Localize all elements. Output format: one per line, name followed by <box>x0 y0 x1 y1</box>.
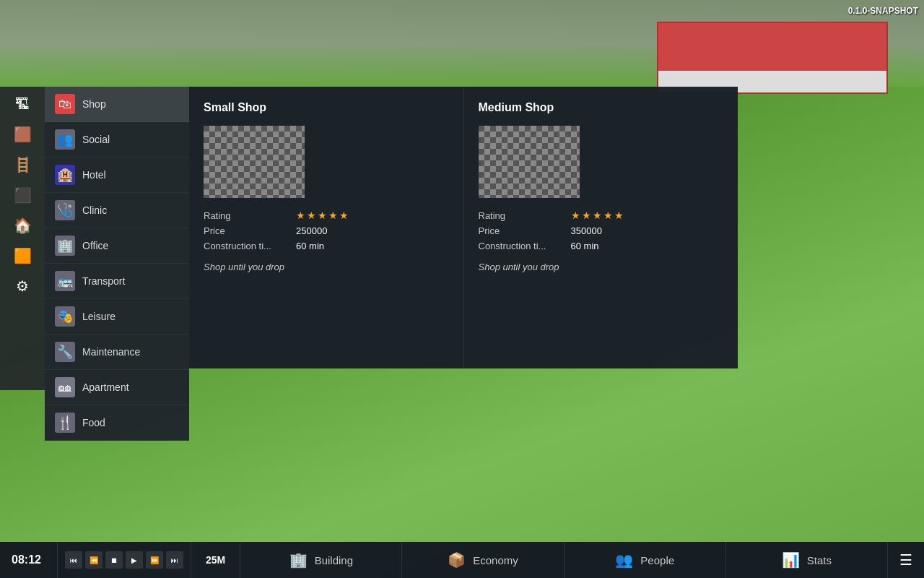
toolbar-icon-2[interactable]: 🟫 <box>5 120 40 149</box>
small-shop-rating-row: Rating ★★★★★ <box>204 210 449 221</box>
version-label: 0.1.0-SNAPSHOT <box>848 6 918 16</box>
building-tab-icon: 🏢 <box>289 551 308 569</box>
office-icon: 🏢 <box>55 236 75 256</box>
small-shop-description: Shop until you drop <box>204 262 449 272</box>
medium-shop-rating-row: Rating ★★★★★ <box>479 210 724 221</box>
tab-economy[interactable]: 📦 Economy <box>402 542 564 578</box>
toolbar-icon-6[interactable]: 🟧 <box>5 241 40 270</box>
menu-item-clinic[interactable]: 🩺 Clinic <box>45 193 189 228</box>
menu-item-apartment[interactable]: 🏘 Apartment <box>45 370 189 405</box>
toolbar-icon-5[interactable]: 🏠 <box>5 211 40 240</box>
menu-label-food: Food <box>82 417 105 428</box>
medium-shop-image <box>479 126 580 198</box>
game-building <box>657 22 888 94</box>
medium-shop-construction-label: Construction ti... <box>479 241 565 251</box>
medium-shop-construction-row: Construction ti... 60 min <box>479 241 724 251</box>
menu-label-transport: Transport <box>82 275 125 287</box>
menu-item-shop[interactable]: 🛍 Shop <box>45 87 189 122</box>
medium-shop-stars: ★★★★★ <box>571 210 625 221</box>
small-shop-price-value: 250000 <box>296 225 327 236</box>
toolbar-icon-1[interactable]: 🏗 <box>5 90 40 118</box>
money-display: 25M <box>206 554 225 566</box>
menu-label-clinic: Clinic <box>82 204 107 216</box>
menu-label-leisure: Leisure <box>82 311 116 322</box>
money-section: 25M <box>191 542 240 578</box>
medium-shop-details: Rating ★★★★★ Price 350000 Construction t… <box>479 210 724 272</box>
medium-shop-card[interactable]: Medium Shop Rating ★★★★★ Price 350000 Co… <box>464 87 738 368</box>
nav-tabs: 🏢 Building 📦 Economy 👥 People 📊 Stats <box>240 542 888 578</box>
medium-shop-title: Medium Shop <box>479 101 724 114</box>
menu-label-maintenance: Maintenance <box>82 346 140 358</box>
medium-shop-rating-label: Rating <box>479 210 565 221</box>
left-toolbar: 🏗 🟫 🪜 ⬛ 🏠 🟧 ⚙ <box>0 87 45 390</box>
small-shop-image <box>204 126 305 198</box>
small-shop-construction-row: Construction ti... 60 min <box>204 241 449 251</box>
tab-people[interactable]: 👥 People <box>565 542 726 578</box>
time-section: 08:12 <box>0 542 58 578</box>
social-icon: 👥 <box>55 129 75 150</box>
menu-item-food[interactable]: 🍴 Food <box>45 405 189 441</box>
menu-label-hotel: Hotel <box>82 169 106 181</box>
small-shop-stars: ★★★★★ <box>296 210 350 221</box>
transport-icon: 🚌 <box>55 271 75 291</box>
people-tab-icon: 👥 <box>615 551 633 569</box>
clinic-icon: 🩺 <box>55 200 75 220</box>
small-shop-details: Rating ★★★★★ Price 250000 Construction t… <box>204 210 449 272</box>
skip-forward-button[interactable]: ⏭ <box>166 551 183 569</box>
playback-controls: ⏮ ⏪ ⏹ ▶ ⏩ ⏭ <box>58 542 191 578</box>
small-shop-rating-label: Rating <box>204 210 290 221</box>
bottom-bar: 08:12 ⏮ ⏪ ⏹ ▶ ⏩ ⏭ 25M 🏢 Building 📦 Econo… <box>0 542 924 578</box>
play-button[interactable]: ▶ <box>126 551 143 569</box>
economy-tab-label: Economy <box>473 554 518 566</box>
stop-button[interactable]: ⏹ <box>105 551 123 569</box>
medium-shop-construction-value: 60 min <box>571 241 599 251</box>
menu-label-office: Office <box>82 240 108 251</box>
small-shop-card[interactable]: Small Shop Rating ★★★★★ Price 250000 Con… <box>189 87 464 368</box>
menu-item-maintenance[interactable]: 🔧 Maintenance <box>45 335 189 370</box>
shop-icon: 🛍 <box>55 94 75 114</box>
small-shop-construction-label: Construction ti... <box>204 241 290 251</box>
stats-tab-label: Stats <box>807 554 832 566</box>
rewind-button[interactable]: ⏪ <box>85 551 103 569</box>
stats-tab-icon: 📊 <box>782 551 800 569</box>
people-tab-label: People <box>640 554 674 566</box>
economy-tab-icon: 📦 <box>448 551 466 569</box>
medium-shop-price-row: Price 350000 <box>479 225 724 236</box>
toolbar-icon-3[interactable]: 🪜 <box>5 150 40 179</box>
food-icon: 🍴 <box>55 413 75 433</box>
menu-label-apartment: Apartment <box>82 381 129 393</box>
tab-stats[interactable]: 📊 Stats <box>726 542 888 578</box>
hamburger-menu-button[interactable]: ☰ <box>888 542 924 578</box>
maintenance-icon: 🔧 <box>55 342 75 362</box>
menu-label-shop: Shop <box>82 98 106 110</box>
menu-item-social[interactable]: 👥 Social <box>45 122 189 158</box>
medium-shop-description: Shop until you drop <box>479 262 724 272</box>
small-shop-title: Small Shop <box>204 101 449 114</box>
toolbar-icon-7[interactable]: ⚙ <box>5 272 40 301</box>
content-panel: Small Shop Rating ★★★★★ Price 250000 Con… <box>189 87 738 368</box>
side-menu: 🛍 Shop 👥 Social 🏨 Hotel 🩺 Clinic 🏢 Offic… <box>45 87 189 441</box>
medium-shop-price-value: 350000 <box>571 225 602 236</box>
hotel-icon: 🏨 <box>55 165 75 185</box>
menu-item-leisure[interactable]: 🎭 Leisure <box>45 299 189 335</box>
apartment-icon: 🏘 <box>55 377 75 397</box>
small-shop-price-label: Price <box>204 225 290 236</box>
toolbar-icon-4[interactable]: ⬛ <box>5 181 40 210</box>
fast-forward-button[interactable]: ⏩ <box>146 551 163 569</box>
tab-building[interactable]: 🏢 Building <box>240 542 402 578</box>
menu-label-social: Social <box>82 134 110 145</box>
leisure-icon: 🎭 <box>55 306 75 327</box>
building-tab-label: Building <box>315 554 353 566</box>
small-shop-price-row: Price 250000 <box>204 225 449 236</box>
medium-shop-price-label: Price <box>479 225 565 236</box>
skip-back-button[interactable]: ⏮ <box>65 551 82 569</box>
small-shop-construction-value: 60 min <box>296 241 324 251</box>
menu-item-transport[interactable]: 🚌 Transport <box>45 264 189 299</box>
menu-item-office[interactable]: 🏢 Office <box>45 228 189 264</box>
time-display: 08:12 <box>12 553 41 566</box>
menu-item-hotel[interactable]: 🏨 Hotel <box>45 158 189 193</box>
